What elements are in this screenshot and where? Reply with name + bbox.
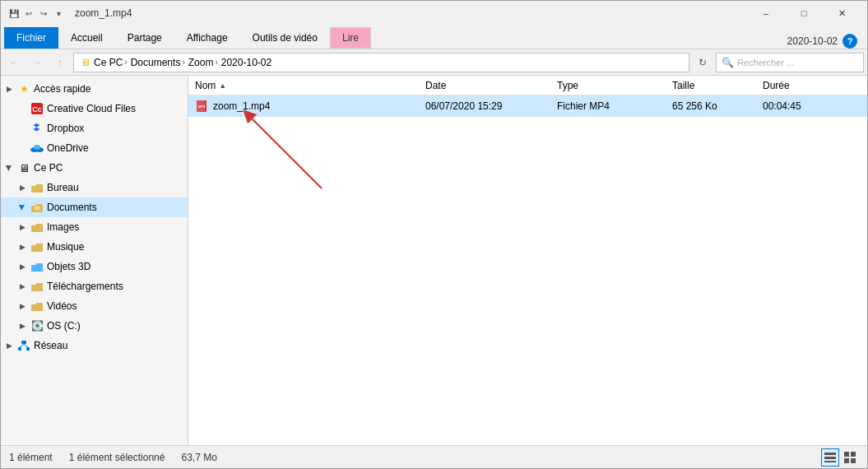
path-segment-zoom[interactable]: Zoom ›: [188, 57, 218, 68]
chevron-os-c: ▶: [17, 322, 27, 330]
chevron-acces-rapide: ▶: [4, 85, 14, 93]
tab-partage[interactable]: Partage: [115, 27, 174, 49]
tab-fichier[interactable]: Fichier: [4, 27, 58, 49]
window-title: zoom_1.mp4: [75, 7, 132, 19]
folder-docs-icon: [30, 201, 44, 214]
forward-button[interactable]: →: [27, 53, 47, 72]
sidebar-label-bureau: Bureau: [47, 182, 181, 193]
file-duration: 00:04:45: [763, 100, 861, 112]
tab-lire[interactable]: Lire: [330, 27, 371, 49]
tab-outils-video[interactable]: Outils de vidéo: [240, 27, 330, 49]
search-icon: 🔍: [722, 57, 734, 68]
svg-text:Cc: Cc: [32, 105, 42, 114]
chevron-images: ▶: [17, 223, 27, 231]
main-layout: ▶ ★ Accès rapide ▶ Cc Creative Cloud Fil…: [1, 76, 867, 448]
title-bar-controls: – □ ✕: [747, 1, 861, 26]
network-icon: [17, 339, 30, 352]
sidebar-item-dropbox[interactable]: ▶ Dropbox: [1, 118, 188, 138]
onedrive-icon: [30, 142, 44, 155]
path-segment-documents[interactable]: Documents ›: [131, 57, 185, 68]
sidebar-label-os-c: OS (C:): [47, 320, 181, 332]
file-row[interactable]: MP4 zoom_1.mp4 06/07/2020 15:29 Fichier …: [188, 95, 867, 117]
col-header-nom[interactable]: Nom ▲: [195, 76, 425, 95]
sidebar-item-reseau[interactable]: ▶ Réseau: [1, 336, 188, 355]
sidebar-label-objets3d: Objets 3D: [47, 261, 181, 272]
svg-line-11: [20, 344, 24, 347]
sidebar-item-videos[interactable]: ▶ Vidéos: [1, 296, 188, 316]
help-button[interactable]: ?: [842, 34, 857, 49]
sidebar-label-videos: Vidéos: [47, 300, 181, 312]
quick-undo-icon[interactable]: ↩: [22, 7, 35, 20]
sidebar-item-acces-rapide[interactable]: ▶ ★ Accès rapide: [1, 79, 188, 99]
svg-rect-23: [851, 458, 856, 463]
sidebar-item-documents[interactable]: ▶ Documents: [1, 197, 188, 217]
path-segment-date[interactable]: 2020-10-02: [221, 57, 272, 68]
folder-desktop-icon: [30, 181, 44, 194]
sidebar-item-creative-cloud[interactable]: ▶ Cc Creative Cloud Files: [1, 99, 188, 118]
sidebar-label-dropbox: Dropbox: [47, 123, 181, 134]
chevron-cepc: ▶: [5, 163, 13, 173]
tab-accueil[interactable]: Accueil: [58, 27, 115, 49]
chevron-telechargements: ▶: [17, 282, 27, 290]
svg-rect-9: [18, 347, 21, 351]
quick-save-icon[interactable]: 💾: [7, 7, 21, 20]
sidebar-item-musique[interactable]: ▶ Musique: [1, 237, 188, 257]
sidebar-item-images[interactable]: ▶ Images: [1, 217, 188, 237]
back-button[interactable]: ←: [4, 53, 24, 72]
sidebar-label-musique: Musique: [47, 241, 181, 253]
address-bar: ← → ↑ 🖥 Ce PC › Documents › Zoom › 2020-…: [1, 49, 867, 76]
folder-icon: 🖥: [81, 57, 91, 68]
ribbon-tabs: Fichier Accueil Partage Affichage Outils…: [1, 26, 867, 49]
refresh-button[interactable]: ↻: [693, 53, 713, 72]
folder-music-icon: [30, 240, 44, 253]
up-button[interactable]: ↑: [50, 53, 70, 72]
close-button[interactable]: ✕: [823, 1, 861, 26]
svg-rect-18: [824, 457, 836, 459]
status-size: 63,7 Mo: [181, 452, 216, 463]
svg-rect-22: [844, 458, 849, 463]
sidebar-item-bureau[interactable]: ▶ Bureau: [1, 178, 188, 197]
sidebar-item-os-c[interactable]: ▶ 💽 OS (C:): [1, 316, 188, 336]
status-selected: 1 élément sélectionné: [69, 452, 165, 463]
chevron-bureau: ▶: [17, 183, 27, 192]
ribbon-date: 2020-10-02: [787, 35, 838, 47]
chevron-videos: ▶: [17, 302, 27, 310]
svg-text:MP4: MP4: [198, 104, 206, 109]
file-size: 65 256 Ko: [672, 100, 763, 112]
svg-rect-21: [851, 452, 856, 457]
folder-dl-icon: [30, 280, 44, 293]
address-path[interactable]: 🖥 Ce PC › Documents › Zoom › 2020-10-02: [73, 53, 689, 72]
chevron-documents: ▶: [18, 202, 26, 212]
maximize-button[interactable]: □: [785, 1, 823, 26]
sidebar-label-acces-rapide: Accès rapide: [34, 83, 181, 95]
col-header-taille[interactable]: Taille: [672, 76, 763, 95]
path-segment-cepc[interactable]: Ce PC ›: [94, 57, 128, 68]
folder-images-icon: [30, 221, 44, 234]
ribbon-help: 2020-10-02 ?: [787, 34, 864, 49]
sidebar: ▶ ★ Accès rapide ▶ Cc Creative Cloud Fil…: [1, 76, 188, 448]
sidebar-label-reseau: Réseau: [34, 340, 181, 351]
col-header-type[interactable]: Type: [557, 76, 672, 95]
view-details-button[interactable]: [821, 448, 839, 467]
col-header-duree[interactable]: Durée: [763, 76, 861, 95]
window: 💾 ↩ ↪ ▾ zoom_1.mp4 – □ ✕ Fichier Accueil…: [0, 0, 868, 469]
pc-icon: 🖥: [17, 161, 30, 174]
col-header-date[interactable]: Date: [425, 76, 557, 95]
view-toggle-buttons: [821, 448, 859, 467]
title-bar-left: 💾 ↩ ↪ ▾ zoom_1.mp4: [7, 7, 132, 20]
sidebar-item-cepc[interactable]: ▶ 🖥 Ce PC: [1, 158, 188, 178]
quick-down-icon[interactable]: ▾: [52, 7, 65, 20]
tab-affichage[interactable]: Affichage: [174, 27, 240, 49]
drive-icon: 💽: [30, 319, 44, 332]
sidebar-item-telechargements[interactable]: ▶ Téléchargements: [1, 276, 188, 296]
sidebar-item-objets3d[interactable]: ▶ Objets 3D: [1, 257, 188, 276]
minimize-button[interactable]: –: [747, 1, 785, 26]
view-tiles-button[interactable]: [841, 448, 859, 467]
file-name: zoom_1.mp4: [213, 100, 423, 112]
column-headers: Nom ▲ Date Type Taille Durée: [188, 76, 867, 95]
sidebar-item-onedrive[interactable]: ▶ OneDrive: [1, 138, 188, 158]
svg-rect-19: [824, 461, 836, 462]
search-box[interactable]: 🔍 Rechercher ...: [716, 53, 864, 72]
sidebar-label-onedrive: OneDrive: [47, 142, 181, 154]
quick-redo-icon[interactable]: ↪: [37, 7, 50, 20]
